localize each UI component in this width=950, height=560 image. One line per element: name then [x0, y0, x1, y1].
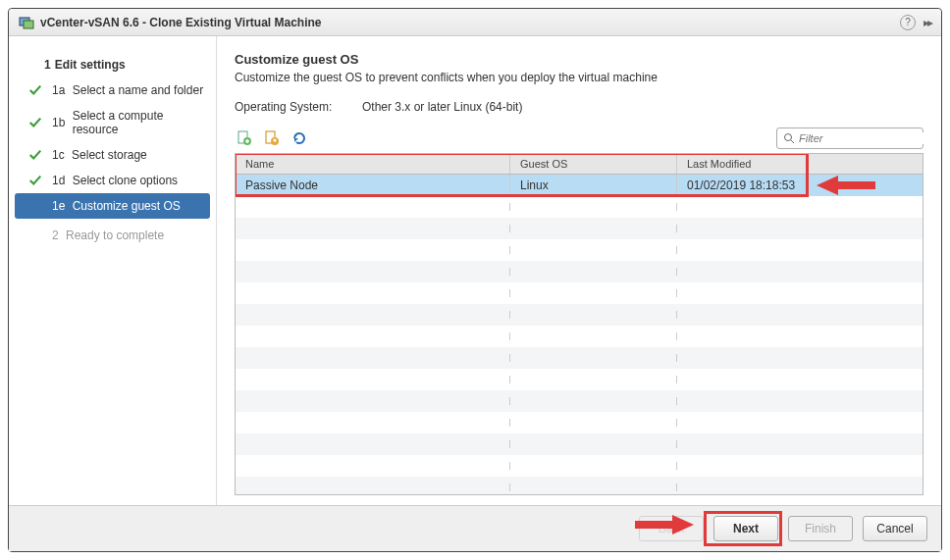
- help-icon[interactable]: ?: [900, 15, 916, 30]
- os-label: Operating System:: [235, 100, 362, 114]
- step-parent: 1 Edit settings: [9, 52, 216, 77]
- col-name[interactable]: Name: [236, 154, 510, 174]
- table-row-empty: [236, 412, 923, 433]
- vm-icon: [19, 15, 34, 30]
- table-row-empty: [236, 196, 923, 218]
- table-body: Passive Node Linux 01/02/2019 18:18:53: [236, 175, 923, 494]
- next-button[interactable]: Next: [713, 516, 778, 541]
- search-icon: [783, 132, 795, 144]
- step-1d[interactable]: 1d Select clone options: [9, 168, 216, 193]
- step-1a[interactable]: 1a Select a name and folder: [9, 77, 216, 103]
- check-icon: [28, 174, 42, 187]
- dialog-title: vCenter-vSAN 6.6 - Clone Existing Virtua…: [40, 16, 900, 29]
- step-2: 2 Ready to complete: [9, 223, 216, 248]
- table-header: Name Guest OS Last Modified: [236, 154, 923, 175]
- expand-icon[interactable]: ▸▸: [924, 16, 931, 29]
- check-icon: [28, 83, 42, 97]
- step-1b[interactable]: 1b Select a compute resource: [9, 103, 216, 142]
- filter-input[interactable]: [799, 132, 935, 144]
- table-row-empty: [236, 304, 923, 326]
- table-row-empty: [236, 477, 923, 494]
- check-icon: [28, 116, 42, 129]
- footer: Back Next Finish Cancel: [9, 505, 941, 551]
- table-row-empty: [236, 239, 923, 261]
- finish-button: Finish: [788, 516, 853, 541]
- new-spec-icon[interactable]: [235, 128, 254, 148]
- table-row-empty: [236, 326, 923, 347]
- svg-rect-1: [24, 21, 33, 28]
- table-row-empty: [236, 347, 923, 369]
- table-row-empty: [236, 261, 923, 282]
- back-button[interactable]: Back: [639, 516, 704, 541]
- wizard-dialog: vCenter-vSAN 6.6 - Clone Existing Virtua…: [8, 8, 942, 552]
- table-row-empty: [236, 369, 923, 390]
- filter-dropdown-icon[interactable]: ▼: [939, 133, 941, 144]
- step-1c[interactable]: 1c Select storage: [9, 142, 216, 168]
- title-bar: vCenter-vSAN 6.6 - Clone Existing Virtua…: [9, 9, 941, 36]
- svg-point-6: [785, 134, 792, 141]
- refresh-icon[interactable]: [290, 128, 309, 148]
- table-row-empty: [236, 433, 923, 455]
- step-1e-current[interactable]: 1e Customize guest OS: [15, 193, 210, 219]
- cancel-button[interactable]: Cancel: [863, 516, 927, 541]
- page-heading: Customize guest OS: [235, 52, 924, 67]
- import-spec-icon[interactable]: [262, 128, 282, 148]
- table-row[interactable]: Passive Node Linux 01/02/2019 18:18:53: [236, 175, 923, 196]
- table-row-empty: [236, 390, 923, 412]
- svg-line-7: [791, 140, 794, 143]
- table-row-empty: [236, 218, 923, 239]
- col-guest[interactable]: Guest OS: [510, 154, 677, 174]
- spec-table: Name Guest OS Last Modified Passive Node…: [235, 153, 924, 495]
- table-row-empty: [236, 282, 923, 304]
- check-icon: [28, 148, 42, 162]
- table-row-empty: [236, 455, 923, 477]
- page-subtitle: Customize the guest OS to prevent confli…: [235, 71, 924, 84]
- wizard-sidebar: 1 Edit settings 1a Select a name and fol…: [9, 36, 217, 505]
- filter-box[interactable]: ▼: [776, 127, 924, 149]
- col-modified[interactable]: Last Modified: [677, 154, 923, 174]
- main-panel: Customize guest OS Customize the guest O…: [217, 36, 941, 505]
- os-value: Other 3.x or later Linux (64-bit): [362, 100, 522, 114]
